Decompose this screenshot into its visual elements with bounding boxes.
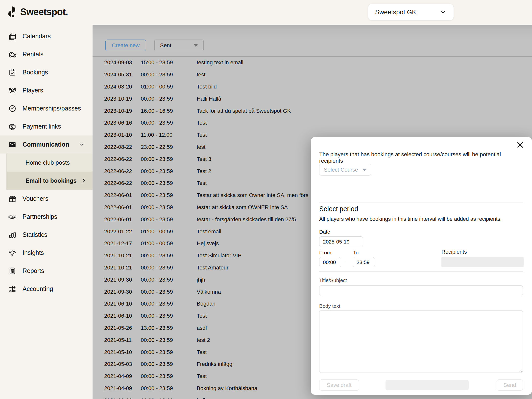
row-time: 13:00 - 23:59 [141,325,197,331]
body-text-label: Body text [319,303,340,309]
row-time: 01:00 - 00:59 [141,228,197,235]
sidebar-item-label: Partnerships [23,213,57,220]
row-date: 2022-01-22 [104,228,141,235]
row-time: 00:00 - 23:59 [141,156,197,162]
table-row[interactable]: 2021-03-1013:00 - 13:10halla [93,394,532,399]
club-selector[interactable]: Sweetspot GK [368,4,454,21]
sidebar-subitem-home-club-posts[interactable]: Home club posts [6,154,93,172]
row-date: 2022-08-22 [104,144,141,150]
sidebar-subitem-email-to-bookings[interactable]: Email to bookings [6,172,93,190]
sidebar-item-partnerships[interactable]: Partnerships [0,208,93,226]
sidebar-item-communication[interactable]: Communication [0,135,93,154]
row-subject: testing text in email [197,59,532,66]
to-time-field[interactable] [353,257,375,267]
insights-icon [8,249,17,257]
partnerships-icon [8,213,17,221]
row-time: 00:00 - 23:59 [141,252,197,259]
sidebar-item-memberships-passes[interactable]: Memberships/passes [0,99,93,117]
send-button[interactable]: Send [497,379,523,391]
sidebar-item-bookings[interactable]: Bookings [0,63,93,81]
row-time: 00:00 - 23:59 [141,349,197,355]
row-date: 2023-10-19 [104,96,141,102]
create-new-button[interactable]: Create new [105,40,146,51]
row-time: 00:00 - 23:59 [141,216,197,223]
row-date: 2023-06-16 [104,120,141,126]
recipients-label: Recipients [441,249,467,255]
payment-links-icon [8,122,17,131]
sidebar-item-players[interactable]: Players [0,81,93,99]
row-time: 00:00 - 23:59 [141,361,197,367]
sidebar-item-reports[interactable]: Reports [0,262,93,280]
row-time: 00:00 - 23:59 [141,180,197,186]
row-date: 2021-09-30 [104,289,141,295]
row-time: 11:00 - 12:00 [141,132,197,138]
row-subject: Test [197,120,532,126]
status-filter-select[interactable]: Sent [154,40,204,51]
chevron-down-icon [440,9,447,16]
row-time: 00:00 - 23:59 [141,265,197,271]
row-subject: Halli Hallå [197,96,532,102]
row-time: 00:00 - 23:59 [141,385,197,392]
row-date: 2021-04-09 [104,385,141,392]
course-select[interactable]: Select Course [319,164,371,176]
row-date: 2022-06-01 [104,192,141,199]
row-subject: halla [197,397,532,399]
sidebar-item-label: Reports [23,267,44,274]
row-date: 2022-06-01 [104,204,141,211]
row-date: 2021-03-10 [104,397,141,399]
row-time: 00:00 - 23:59 [141,168,197,175]
body-text-field[interactable] [319,310,523,373]
reports-icon [8,267,17,275]
section-divider [319,271,523,272]
row-date: 2022-06-01 [104,216,141,223]
from-time-field[interactable] [319,257,341,267]
row-subject: test [197,71,532,78]
sidebar-item-calendars[interactable]: Calendars [0,27,93,45]
sidebar-item-label: Statistics [23,231,47,238]
table-row[interactable]: 2023-10-1916:00 - 16:59Tack för att du s… [93,105,532,117]
sidebar-item-label: Memberships/passes [23,105,81,112]
sidebar-item-label: Payment links [23,123,61,130]
table-row[interactable]: 2023-06-1600:00 - 23:59Test [93,117,532,129]
table-row[interactable]: 2023-10-1900:00 - 23:59Halli Hallå [93,93,532,105]
row-time: 01:00 - 00:59 [141,84,197,90]
memberships-icon [8,104,17,113]
date-field[interactable] [319,236,363,247]
table-row[interactable]: 2024-03-2001:00 - 00:59Test bild [93,81,532,93]
modal-info-text: The players that has bookings at selecte… [319,151,520,164]
select-period-heading: Select period [319,205,358,213]
vouchers-icon [8,195,17,203]
row-subject: Test bild [197,84,532,90]
sidebar-item-payment-links[interactable]: Payment links [0,117,93,135]
row-time: 00:00 - 23:59 [141,192,197,199]
row-date: 2022-06-22 [104,180,141,186]
dropdown-arrow-icon [193,44,198,47]
row-time: 00:00 - 23:59 [141,204,197,211]
row-date: 2021-05-10 [104,349,141,355]
row-time: 15:00 - 23:59 [141,59,197,66]
row-subject: Tack för att du spelat på Sweetspot GK [197,108,532,114]
row-date: 2023-01-10 [104,132,141,138]
sidebar: CalendarsRentalsBookingsPlayersMembershi… [0,25,93,399]
sidebar-item-rentals[interactable]: Rentals [0,45,93,63]
close-icon[interactable] [516,141,524,149]
sidebar-item-statistics[interactable]: Statistics [0,226,93,244]
save-draft-button[interactable]: Save draft [319,379,359,391]
chevron-down-icon [79,141,85,148]
sidebar-item-insights[interactable]: Insights [0,244,93,262]
header: Sweetspot. Sweetspot GK [0,0,532,25]
sidebar-subitem-label: Home club posts [25,159,70,166]
compose-email-modal: The players that has bookings at selecte… [311,137,532,395]
sidebar-item-label: Players [23,87,43,94]
table-row[interactable]: 2024-09-0315:00 - 23:59testing text in e… [93,57,532,69]
sidebar-item-label: Accounting [23,285,53,292]
sidebar-item-vouchers[interactable]: Vouchers [0,190,93,208]
row-date: 2021-06-10 [104,301,141,307]
table-row[interactable]: 2024-05-3100:00 - 23:59test [93,69,532,81]
sidebar-item-accounting[interactable]: Accounting [0,280,93,298]
title-subject-field[interactable] [319,285,523,296]
range-separator: - [346,258,348,265]
statistics-icon [8,231,17,239]
row-time: 16:00 - 16:59 [141,108,197,114]
row-time: 00:00 - 23:59 [141,301,197,307]
